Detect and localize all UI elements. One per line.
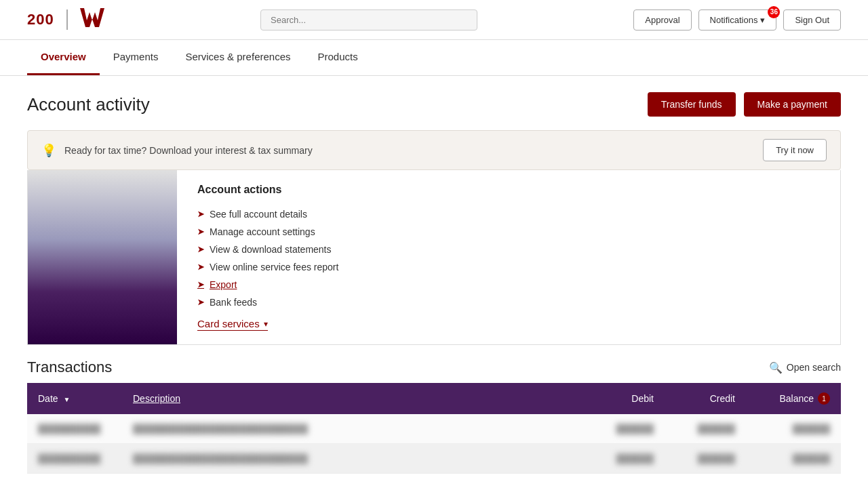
action-label-view-statements: View & download statements <box>210 244 332 255</box>
cell-description: ████████████████████████████ <box>122 414 583 444</box>
account-card <box>28 170 177 344</box>
main-nav: Overview Payments Services & preferences… <box>0 40 868 76</box>
action-label-manage-settings: Manage account settings <box>210 226 315 237</box>
col-header-credit[interactable]: Credit <box>665 383 746 414</box>
page-actions: Transfer funds Make a payment <box>648 92 841 117</box>
card-services-label: Card services <box>197 318 260 329</box>
col-header-date[interactable]: Date ▼ <box>27 383 122 414</box>
cell-balance: ██████ <box>746 414 841 444</box>
transactions-table: Date ▼ Description Debit Credit Balan <box>27 383 841 474</box>
page-header: Account activity Transfer funds Make a p… <box>27 92 841 117</box>
table-row: ██████████ ████████████████████████████ … <box>27 444 841 474</box>
chevron-right-icon: ➤ <box>197 262 204 272</box>
action-see-full-details[interactable]: ➤ See full account details <box>197 205 820 223</box>
cell-date: ██████████ <box>27 444 122 474</box>
chevron-right-icon: ➤ <box>197 280 204 289</box>
header-actions: Approval Notifications ▾ 36 Sign Out <box>633 9 841 30</box>
action-export[interactable]: ➤ Export <box>197 276 820 293</box>
notifications-label: Notifications <box>710 15 758 25</box>
nav-item-products[interactable]: Products <box>304 40 372 75</box>
chevron-right-icon: ➤ <box>197 298 204 307</box>
transfer-funds-button[interactable]: Transfer funds <box>648 92 736 117</box>
transactions-table-head: Date ▼ Description Debit Credit Balan <box>27 383 841 414</box>
open-search-button[interactable]: 🔍 Open search <box>769 361 841 374</box>
main-content: Account activity Transfer funds Make a p… <box>0 76 868 488</box>
chevron-right-icon: ➤ <box>197 227 204 237</box>
try-it-now-button[interactable]: Try it now <box>763 139 827 161</box>
approval-button[interactable]: Approval <box>633 9 691 30</box>
balance-badge: 1 <box>818 392 830 405</box>
action-service-fees[interactable]: ➤ View online service fees report <box>197 258 820 276</box>
cell-credit: ██████ <box>665 414 746 444</box>
search-input[interactable] <box>260 9 477 30</box>
make-payment-button[interactable]: Make a payment <box>744 92 842 117</box>
card-services-button[interactable]: Card services ▾ <box>197 318 268 331</box>
header: 200 Approval Notifications ▾ 36 Sign Out <box>0 0 868 40</box>
tax-banner-left: 💡 Ready for tax time? Download your inte… <box>41 143 313 158</box>
chevron-right-icon: ➤ <box>197 245 204 254</box>
lightbulb-icon: 💡 <box>41 143 56 158</box>
account-actions-panel: Account actions ➤ See full account detai… <box>177 170 840 344</box>
chevron-down-icon: ▾ <box>264 319 268 329</box>
logo-area: 200 <box>27 8 104 31</box>
col-header-debit[interactable]: Debit <box>583 383 665 414</box>
cell-date: ██████████ <box>27 414 122 444</box>
logo-divider <box>66 9 68 30</box>
cell-debit: ██████ <box>583 444 665 474</box>
nav-item-overview[interactable]: Overview <box>27 40 100 75</box>
cell-balance: ██████ <box>746 444 841 474</box>
notifications-badge: 36 <box>768 6 780 18</box>
chevron-down-icon: ▾ <box>760 15 765 25</box>
action-manage-settings[interactable]: ➤ Manage account settings <box>197 223 820 241</box>
transactions-title: Transactions <box>27 359 112 376</box>
account-actions-title: Account actions <box>197 184 820 196</box>
action-label-bank-feeds: Bank feeds <box>210 297 257 308</box>
signout-button[interactable]: Sign Out <box>783 9 841 30</box>
transactions-table-body: ██████████ ████████████████████████████ … <box>27 414 841 474</box>
logo-ws <box>80 8 104 31</box>
action-label-full-details: See full account details <box>210 209 307 220</box>
transactions-section: Transactions 🔍 Open search Date ▼ Descri… <box>27 359 841 474</box>
svg-marker-0 <box>80 8 104 27</box>
search-icon: 🔍 <box>769 361 783 374</box>
col-header-description[interactable]: Description <box>122 383 583 414</box>
cell-debit: ██████ <box>583 414 665 444</box>
col-header-balance[interactable]: Balance 1 <box>746 383 841 414</box>
header-search[interactable] <box>260 9 477 30</box>
content-area: Account actions ➤ See full account detai… <box>27 170 841 345</box>
sort-icon-date: ▼ <box>63 396 70 403</box>
nav-item-payments[interactable]: Payments <box>100 40 172 75</box>
logo-200: 200 <box>27 11 54 28</box>
chevron-right-icon: ➤ <box>197 209 204 219</box>
transactions-header: Transactions 🔍 Open search <box>27 359 841 376</box>
tax-banner: 💡 Ready for tax time? Download your inte… <box>27 130 841 170</box>
cell-credit: ██████ <box>665 444 746 474</box>
table-row: ██████████ ████████████████████████████ … <box>27 414 841 444</box>
action-label-export: Export <box>210 279 237 290</box>
action-bank-feeds[interactable]: ➤ Bank feeds <box>197 293 820 311</box>
notifications-button[interactable]: Notifications ▾ 36 <box>698 9 777 30</box>
nav-item-services[interactable]: Services & preferences <box>172 40 304 75</box>
action-label-service-fees: View online service fees report <box>210 262 338 272</box>
page-title: Account activity <box>27 94 150 115</box>
action-view-statements[interactable]: ➤ View & download statements <box>197 241 820 258</box>
cell-description: ████████████████████████████ <box>122 444 583 474</box>
open-search-label: Open search <box>787 362 841 373</box>
tax-banner-message: Ready for tax time? Download your intere… <box>64 145 313 156</box>
